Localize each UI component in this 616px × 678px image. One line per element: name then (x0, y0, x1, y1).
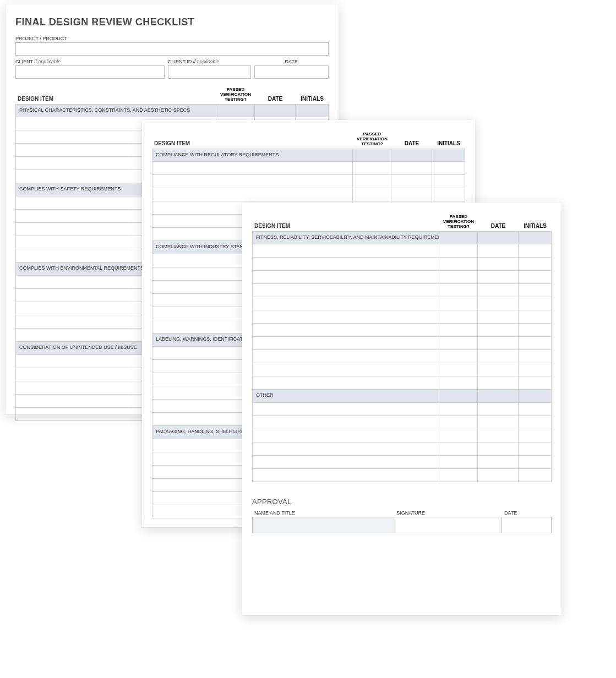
cell-passed[interactable] (439, 390, 478, 403)
cell-passed[interactable] (439, 324, 478, 337)
cell-passed[interactable] (439, 271, 478, 284)
cell-item[interactable] (252, 376, 439, 390)
cell-passed[interactable] (439, 297, 478, 310)
cell-date[interactable] (391, 175, 432, 188)
cell-passed[interactable] (439, 337, 478, 350)
cell-passed[interactable] (439, 376, 478, 390)
cell-passed[interactable] (439, 363, 478, 376)
cell-item[interactable] (252, 337, 439, 350)
cell-passed[interactable] (439, 258, 478, 271)
project-input[interactable] (15, 42, 329, 56)
cell-passed[interactable] (439, 403, 478, 416)
date-input[interactable] (254, 65, 329, 79)
approval-date-input[interactable] (502, 517, 552, 533)
cell-item[interactable] (252, 258, 439, 271)
cell-date[interactable] (478, 403, 519, 416)
cell-item[interactable] (252, 284, 439, 297)
cell-initials[interactable] (519, 429, 552, 442)
cell-initials[interactable] (519, 297, 552, 310)
cell-initials[interactable] (432, 175, 465, 188)
cell-passed[interactable] (353, 188, 391, 201)
cell-date[interactable] (478, 310, 519, 324)
cell-date[interactable] (478, 363, 519, 376)
cell-passed[interactable] (439, 310, 478, 324)
cell-item[interactable] (252, 403, 439, 416)
cell-initials[interactable] (519, 231, 552, 244)
cell-passed[interactable] (439, 284, 478, 297)
cell-initials[interactable] (519, 456, 552, 469)
cell-date[interactable] (478, 429, 519, 442)
cell-initials[interactable] (296, 104, 329, 117)
client-input[interactable] (15, 65, 165, 79)
cell-date[interactable] (391, 149, 432, 162)
cell-passed[interactable] (216, 104, 255, 117)
cell-date[interactable] (391, 188, 432, 201)
cell-item[interactable] (252, 416, 439, 429)
cell-date[interactable] (478, 337, 519, 350)
cell-initials[interactable] (519, 310, 552, 324)
client-id-input[interactable] (168, 65, 251, 79)
cell-passed[interactable] (439, 469, 478, 482)
cell-initials[interactable] (432, 188, 465, 201)
cell-item[interactable] (252, 442, 439, 456)
cell-date[interactable] (478, 376, 519, 390)
cell-initials[interactable] (519, 271, 552, 284)
cell-item[interactable] (252, 244, 439, 258)
cell-item[interactable] (252, 297, 439, 310)
cell-item[interactable] (152, 188, 353, 201)
cell-item[interactable] (252, 324, 439, 337)
cell-date[interactable] (478, 271, 519, 284)
cell-passed[interactable] (439, 416, 478, 429)
cell-passed[interactable] (353, 175, 391, 188)
cell-initials[interactable] (519, 416, 552, 429)
cell-passed[interactable] (353, 162, 391, 175)
cell-item[interactable] (252, 350, 439, 363)
cell-initials[interactable] (519, 337, 552, 350)
cell-item[interactable] (252, 429, 439, 442)
cell-initials[interactable] (519, 442, 552, 456)
cell-date[interactable] (478, 390, 519, 403)
cell-item[interactable] (252, 310, 439, 324)
cell-date[interactable] (478, 297, 519, 310)
cell-initials[interactable] (519, 469, 552, 482)
cell-date[interactable] (478, 416, 519, 429)
cell-initials[interactable] (519, 284, 552, 297)
cell-passed[interactable] (439, 231, 478, 244)
cell-date[interactable] (478, 469, 519, 482)
cell-date[interactable] (255, 104, 296, 117)
cell-passed[interactable] (439, 244, 478, 258)
cell-passed[interactable] (439, 442, 478, 456)
cell-date[interactable] (478, 456, 519, 469)
cell-initials[interactable] (519, 403, 552, 416)
cell-date[interactable] (478, 258, 519, 271)
cell-item[interactable] (252, 456, 439, 469)
approval-signature-input[interactable] (395, 517, 502, 533)
cell-initials[interactable] (432, 162, 465, 175)
cell-passed[interactable] (439, 456, 478, 469)
cell-initials[interactable] (519, 350, 552, 363)
approval-name-input[interactable] (252, 517, 395, 533)
cell-initials[interactable] (519, 390, 552, 403)
cell-initials[interactable] (519, 258, 552, 271)
cell-initials[interactable] (519, 376, 552, 390)
cell-date[interactable] (478, 324, 519, 337)
checklist-header: DESIGN ITEM PASSED VERIFICATION TESTING?… (152, 132, 465, 149)
cell-passed[interactable] (439, 350, 478, 363)
cell-item[interactable] (252, 469, 439, 482)
cell-item[interactable] (252, 271, 439, 284)
cell-date[interactable] (391, 162, 432, 175)
cell-initials[interactable] (432, 149, 465, 162)
cell-date[interactable] (478, 442, 519, 456)
cell-item[interactable] (252, 363, 439, 376)
cell-date[interactable] (478, 244, 519, 258)
cell-date[interactable] (478, 231, 519, 244)
cell-date[interactable] (478, 284, 519, 297)
cell-item[interactable] (152, 162, 353, 175)
cell-initials[interactable] (519, 244, 552, 258)
cell-initials[interactable] (519, 363, 552, 376)
cell-date[interactable] (478, 350, 519, 363)
cell-initials[interactable] (519, 324, 552, 337)
cell-item[interactable] (152, 175, 353, 188)
cell-passed[interactable] (353, 149, 391, 162)
cell-passed[interactable] (439, 429, 478, 442)
